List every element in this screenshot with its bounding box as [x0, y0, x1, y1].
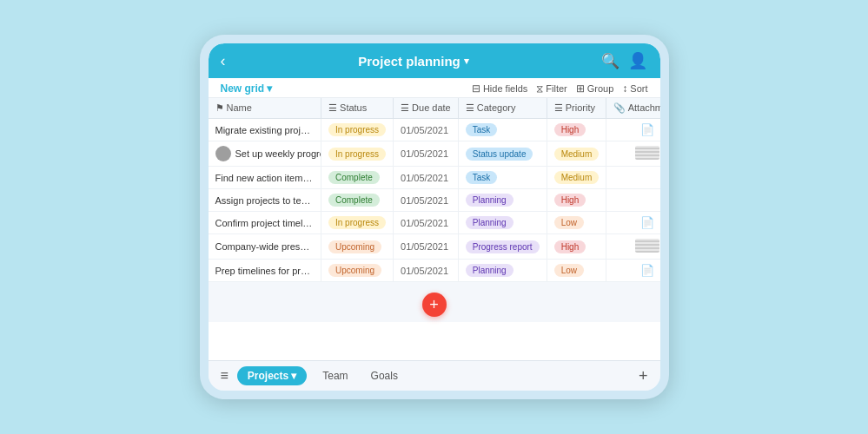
status-badge: Complete	[328, 194, 380, 207]
add-row-area: +	[209, 282, 660, 322]
filter-button[interactable]: ⧖ Filter	[536, 82, 567, 95]
back-button[interactable]: ‹	[221, 52, 226, 70]
col-status[interactable]: ☰ Status	[321, 98, 394, 119]
cell-priority: High	[547, 189, 606, 212]
priority-badge: High	[554, 194, 586, 207]
filter-icon: ⧖	[536, 82, 543, 95]
cell-attachment: 📄	[606, 212, 660, 234]
priority-badge: High	[554, 123, 586, 136]
cell-status: In progress	[321, 212, 394, 234]
cell-category: Task	[458, 167, 547, 189]
col-due-date[interactable]: ☰ Due date	[394, 98, 459, 119]
cell-status: Complete	[321, 189, 394, 212]
cell-status: Complete	[321, 167, 394, 189]
cell-name: Migrate existing projec...	[209, 119, 321, 141]
header-icons: 🔍 👤	[601, 51, 647, 70]
cell-attachment	[606, 234, 660, 260]
cell-priority: Low	[547, 260, 606, 282]
tablet-frame: ‹ Project planning ▾ 🔍 👤 New grid ▾ ⊟	[200, 35, 669, 399]
priority-badge: Medium	[554, 148, 600, 161]
nav-tab-projects-chevron-icon: ▾	[291, 370, 296, 382]
table-row[interactable]: Migrate existing projec...In progress01/…	[209, 119, 660, 141]
nav-add-button[interactable]: +	[639, 367, 648, 385]
category-badge: Task	[466, 171, 498, 184]
cell-attachment	[606, 167, 660, 189]
table-header-row: ⚑ Name ☰ Status ☰ Due date ☰ Category ☰ …	[209, 98, 660, 119]
group-label: Group	[587, 83, 614, 94]
toolbar: New grid ▾ ⊟ Hide fields ⧖ Filter ⊞ Grou…	[209, 78, 660, 98]
cell-status: Upcoming	[321, 234, 394, 260]
cell-attachment: 📄	[606, 260, 660, 282]
priority-badge: Low	[554, 264, 584, 277]
menu-icon[interactable]: ≡	[221, 368, 229, 384]
add-record-button[interactable]: +	[422, 293, 447, 317]
col-attachments[interactable]: 📎 Attachments	[606, 98, 660, 119]
header-title: Project planning ▾	[358, 54, 469, 69]
cell-priority: High	[547, 234, 606, 260]
table-row[interactable]: Set up weekly progress...In progress01/0…	[209, 141, 660, 167]
attachment-icon: 📄	[640, 216, 654, 229]
cell-category: Progress report	[458, 234, 547, 260]
hide-fields-button[interactable]: ⊟ Hide fields	[472, 82, 527, 95]
cell-status: In progress	[321, 141, 394, 167]
app-shell: ‹ Project planning ▾ 🔍 👤 New grid ▾ ⊟	[209, 43, 660, 391]
status-badge: Upcoming	[328, 264, 381, 277]
group-button[interactable]: ⊞ Group	[576, 82, 614, 95]
toolbar-right: ⊟ Hide fields ⧖ Filter ⊞ Group ↕ Sort	[472, 82, 648, 95]
cell-due-date: 01/05/2021	[394, 119, 459, 141]
cell-due-date: 01/05/2021	[394, 212, 459, 234]
col-priority[interactable]: ☰ Priority	[547, 98, 606, 119]
avatar	[215, 146, 231, 161]
group-icon: ⊞	[576, 82, 585, 95]
cell-category: Planning	[458, 212, 547, 234]
nav-tab-projects-label: Projects	[248, 370, 288, 382]
nav-tab-projects[interactable]: Projects ▾	[237, 366, 307, 385]
cell-status: Upcoming	[321, 260, 394, 282]
cell-name: Find new action items...	[209, 167, 321, 189]
status-badge: In progress	[328, 216, 386, 229]
cell-attachment	[606, 141, 660, 167]
col-category[interactable]: ☰ Category	[458, 98, 547, 119]
new-grid-button[interactable]: New grid ▾	[221, 82, 273, 95]
attachment-thumbnail	[635, 146, 659, 160]
category-badge: Planning	[466, 264, 514, 277]
status-badge: Upcoming	[328, 240, 381, 253]
status-badge: In progress	[328, 148, 386, 161]
cell-attachment	[606, 189, 660, 212]
user-icon[interactable]: 👤	[628, 51, 647, 70]
table-row[interactable]: Company-wide presen...Upcoming01/05/2021…	[209, 234, 660, 260]
table-row[interactable]: Assign projects to tea...Complete01/05/2…	[209, 189, 660, 212]
filter-label: Filter	[546, 83, 567, 94]
table-row[interactable]: Find new action items...Complete01/05/20…	[209, 167, 660, 189]
cell-name: Prep timelines for pres...	[209, 260, 321, 282]
nav-tab-goals-label: Goals	[371, 370, 398, 382]
nav-tab-team-label: Team	[322, 370, 348, 382]
category-badge: Planning	[466, 216, 514, 229]
status-badge: Complete	[328, 171, 380, 184]
sort-button[interactable]: ↕ Sort	[622, 82, 647, 95]
priority-badge: High	[554, 240, 586, 253]
cell-priority: Medium	[547, 141, 606, 167]
new-grid-chevron-icon: ▾	[267, 82, 272, 95]
nav-tab-team[interactable]: Team	[315, 366, 354, 385]
header: ‹ Project planning ▾ 🔍 👤	[209, 43, 660, 78]
table-row[interactable]: Prep timelines for pres...Upcoming01/05/…	[209, 260, 660, 282]
search-icon[interactable]: 🔍	[601, 52, 620, 70]
attachment-icon: 📄	[640, 123, 654, 136]
cell-category: Planning	[458, 189, 547, 212]
category-badge: Planning	[466, 194, 514, 207]
new-grid-label: New grid	[221, 82, 265, 95]
nav-tab-goals[interactable]: Goals	[364, 366, 405, 385]
table-row[interactable]: Confirm project timelinesIn progress01/0…	[209, 212, 660, 234]
cell-priority: High	[547, 119, 606, 141]
cell-due-date: 01/05/2021	[394, 189, 459, 212]
hide-fields-icon: ⊟	[472, 82, 480, 95]
cell-status: In progress	[321, 119, 394, 141]
cell-name: Company-wide presen...	[209, 234, 321, 260]
col-name[interactable]: ⚑ Name	[209, 98, 321, 119]
cell-priority: Low	[547, 212, 606, 234]
attachment-icon: 📄	[640, 264, 654, 277]
bottom-nav: ≡ Projects ▾ Team Goals +	[209, 360, 660, 391]
cell-category: Planning	[458, 260, 547, 282]
title-chevron-icon[interactable]: ▾	[464, 56, 469, 67]
